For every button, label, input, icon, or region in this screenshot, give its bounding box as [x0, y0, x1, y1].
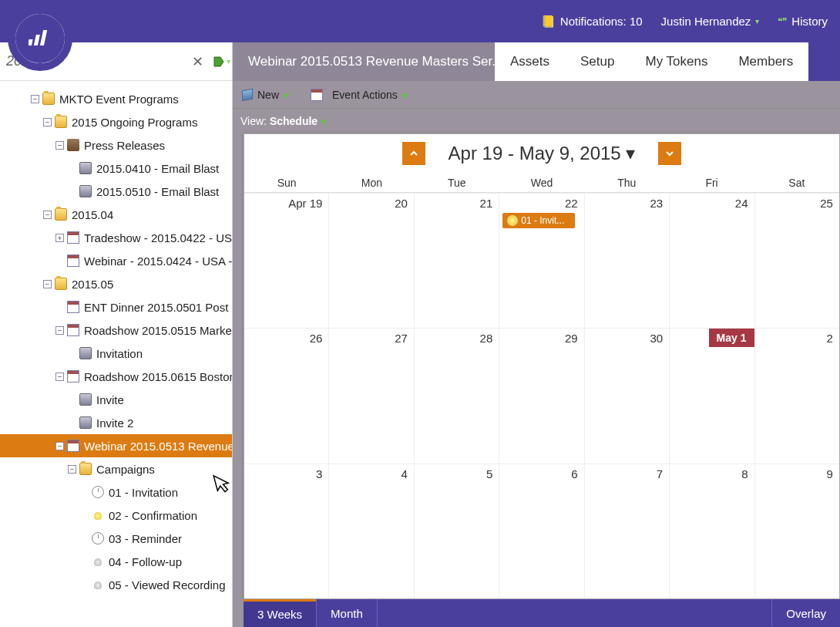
- calendar-day[interactable]: 30: [585, 329, 670, 463]
- tab-assets[interactable]: Assets: [495, 42, 565, 81]
- calendar-day[interactable]: 4: [329, 464, 414, 598]
- tree-item[interactable]: 05 - Viewed Recording: [0, 573, 232, 596]
- calendar-day[interactable]: 2: [755, 329, 839, 463]
- tree-item[interactable]: Webinar - 2015.0424 - USA - Te: [0, 249, 232, 272]
- svg-rect-0: [29, 39, 33, 46]
- tree-item[interactable]: 2015.0410 - Email Blast: [0, 157, 232, 180]
- day-of-week: Sun: [244, 173, 329, 193]
- tree-item[interactable]: 03 - Reminder: [0, 527, 232, 550]
- tree-item-label: Invitation: [96, 347, 143, 360]
- day-of-week: Mon: [329, 173, 414, 193]
- tree-item[interactable]: Invite: [0, 388, 232, 411]
- tree-item[interactable]: −MKTO Event Programs: [0, 87, 232, 110]
- collapse-icon[interactable]: −: [55, 326, 64, 335]
- tab-members[interactable]: Members: [723, 42, 808, 81]
- toggle-spacer: [68, 187, 76, 196]
- calendar-day[interactable]: May 1: [670, 329, 754, 463]
- clear-search-button[interactable]: ✕: [186, 53, 210, 70]
- tab-program[interactable]: Webinar 2015.0513 Revenue Masters Ser...: [233, 42, 495, 81]
- month-button[interactable]: Month: [317, 599, 377, 627]
- day-number: 9: [755, 467, 833, 480]
- tree-item-label: Webinar 2015.0513 Revenue M: [84, 440, 232, 453]
- tree-item[interactable]: −2015.05: [0, 272, 232, 295]
- tree-item-label: Roadshow 2015.0615 Boston: [84, 370, 232, 383]
- tree-item[interactable]: −Press Releases: [0, 133, 232, 157]
- calendar-day[interactable]: 21: [415, 194, 499, 328]
- overlay-button[interactable]: Overlay: [772, 599, 840, 627]
- calendar-day[interactable]: 29: [499, 329, 584, 463]
- calendar-day[interactable]: 3: [244, 464, 329, 598]
- collapse-icon[interactable]: −: [43, 118, 52, 126]
- notifications-link[interactable]: 📒 Notifications: 10: [541, 15, 643, 29]
- calendar-day[interactable]: 28: [415, 329, 499, 463]
- calendar-day[interactable]: 26: [244, 329, 329, 463]
- tree-item[interactable]: ENT Dinner 2015.0501 Post Su: [0, 295, 232, 319]
- view-value[interactable]: Schedule: [270, 115, 318, 127]
- tree-item[interactable]: −Webinar 2015.0513 Revenue M: [0, 434, 232, 457]
- new-button[interactable]: New ◆: [242, 89, 289, 101]
- calendar-day[interactable]: 25: [755, 194, 839, 328]
- tree-item-label: Tradeshow - 2015.0422 - USA -: [84, 231, 232, 244]
- calendar-day[interactable]: 8: [670, 464, 754, 598]
- tab-setup[interactable]: Setup: [565, 42, 630, 81]
- tag-arrow-icon: [213, 56, 225, 68]
- tree-item[interactable]: 01 - Invitation: [0, 480, 232, 504]
- expand-icon[interactable]: +: [55, 234, 64, 242]
- toggle-spacer: [68, 164, 76, 173]
- chevron-down-icon: ▾: [227, 57, 230, 66]
- day-number: 22: [499, 197, 577, 210]
- tree-item[interactable]: −Roadshow 2015.0515 Marketin: [0, 319, 232, 342]
- tree-item[interactable]: −2015.04: [0, 203, 232, 226]
- day-number: 28: [415, 332, 492, 345]
- notifications-label: Notifications: 10: [560, 15, 643, 28]
- mail-icon: [79, 347, 92, 359]
- marketo-logo[interactable]: [8, 6, 72, 71]
- calendar-day[interactable]: 6: [499, 464, 584, 598]
- tab-bar: Webinar 2015.0513 Revenue Masters Ser...…: [233, 42, 840, 81]
- tree-item[interactable]: Invite 2: [0, 411, 232, 434]
- tree-item[interactable]: 02 - Confirmation: [0, 504, 232, 527]
- filter-menu-button[interactable]: ▾: [210, 56, 234, 68]
- topbar: 📒 Notifications: 10 Justin Hernandez ▾ ❝…: [0, 0, 840, 42]
- toggle-spacer: [68, 396, 76, 404]
- calendar-day[interactable]: 9: [755, 464, 839, 598]
- history-link[interactable]: ❝❞ History: [778, 15, 828, 28]
- collapse-icon[interactable]: −: [68, 465, 76, 474]
- tree-item[interactable]: Invitation: [0, 342, 232, 365]
- calendar-day[interactable]: 20: [329, 194, 414, 328]
- three-weeks-button[interactable]: 3 Weeks: [244, 599, 316, 627]
- calendar-day[interactable]: 7: [585, 464, 670, 598]
- collapse-icon[interactable]: −: [43, 211, 52, 219]
- tree-item[interactable]: 04 - Follow-up: [0, 550, 232, 573]
- mail-icon: [79, 416, 92, 429]
- tab-my-tokens[interactable]: My Tokens: [630, 42, 723, 81]
- event-label: 01 - Invit...: [521, 215, 564, 226]
- svg-rect-1: [34, 35, 40, 46]
- calendar-day[interactable]: Apr 19: [244, 194, 329, 328]
- collapse-icon[interactable]: −: [31, 95, 39, 103]
- calendar-day[interactable]: 24: [670, 194, 754, 328]
- clock-icon: [92, 532, 104, 544]
- calendar-day[interactable]: 2201 - Invit...: [499, 194, 584, 328]
- calendar-day[interactable]: 5: [415, 464, 499, 598]
- calendar-day[interactable]: 27: [329, 329, 414, 463]
- calendar-event[interactable]: 01 - Invit...: [502, 213, 574, 228]
- mail-icon: [79, 185, 92, 197]
- calendar-day[interactable]: 23: [585, 194, 670, 328]
- tree-item[interactable]: 2015.0510 - Email Blast: [0, 180, 232, 203]
- event-actions-button[interactable]: Event Actions ◆: [311, 89, 408, 101]
- collapse-icon[interactable]: −: [55, 442, 64, 450]
- tree-item[interactable]: −2015 Ongoing Programs: [0, 110, 232, 133]
- folder-icon: [55, 278, 67, 290]
- date-range-picker[interactable]: Apr 19 - May 9, 2015 ▾: [449, 143, 636, 164]
- collapse-icon[interactable]: −: [43, 280, 52, 288]
- history-label: History: [791, 15, 828, 28]
- next-range-button[interactable]: [658, 142, 681, 165]
- collapse-icon[interactable]: −: [55, 141, 64, 150]
- tree-item[interactable]: +Tradeshow - 2015.0422 - USA -: [0, 226, 232, 249]
- prev-range-button[interactable]: [402, 142, 425, 165]
- tree-item[interactable]: −Roadshow 2015.0615 Boston: [0, 365, 232, 388]
- user-menu[interactable]: Justin Hernandez ▾: [661, 15, 760, 28]
- collapse-icon[interactable]: −: [55, 372, 64, 381]
- tree-item[interactable]: −Campaigns: [0, 457, 232, 480]
